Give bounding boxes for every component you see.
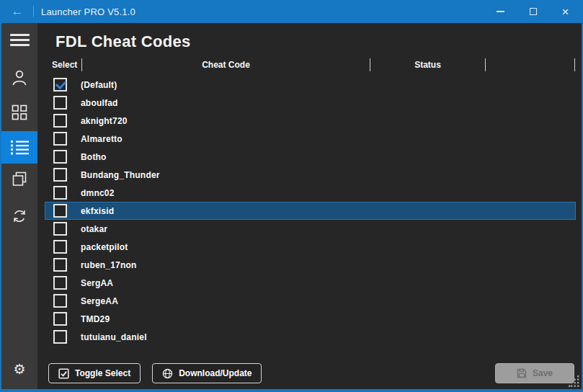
settings-button[interactable]: ⚙ — [1, 360, 37, 378]
table-row[interactable]: ekfxisid — [45, 202, 576, 220]
main-content: FDL Cheat Codes Select Cheat Code Status… — [37, 23, 582, 389]
table-row[interactable]: ruben_17non — [45, 256, 576, 274]
cheat-code-label: (Default) — [81, 80, 117, 90]
sidebar-item-cheat-codes[interactable] — [1, 131, 37, 164]
app-window: ← Launcher PRO V5.1.0 × — [0, 0, 583, 392]
row-checkbox[interactable] — [53, 240, 67, 254]
row-checkbox[interactable] — [53, 78, 67, 92]
table-row[interactable]: (Default) — [45, 76, 576, 94]
table-row[interactable]: Almaretto — [45, 130, 576, 148]
cheat-code-label: tutuianu_daniel — [81, 332, 147, 342]
checkbox-checked-icon — [58, 368, 69, 379]
table-row[interactable]: tutuianu_daniel — [45, 328, 576, 346]
copy-icon — [12, 172, 27, 187]
table-row[interactable]: Bundang_Thunder — [45, 166, 576, 184]
floppy-disk-icon — [517, 368, 527, 378]
row-checkbox[interactable] — [53, 186, 67, 200]
sync-icon — [12, 208, 27, 224]
grid-icon — [12, 104, 27, 120]
cheat-code-label: TMD29 — [81, 314, 110, 324]
column-header-status[interactable]: Status — [370, 60, 485, 70]
table-row[interactable]: aboulfad — [45, 94, 576, 112]
titlebar: ← Launcher PRO V5.1.0 × — [1, 0, 582, 23]
sidebar-item-sync[interactable] — [1, 208, 37, 225]
sidebar-item-profile[interactable] — [1, 68, 37, 88]
back-button[interactable]: ← — [1, 0, 33, 23]
row-checkbox[interactable] — [53, 312, 67, 326]
cheat-code-label: ekfxisid — [81, 206, 114, 216]
save-label: Save — [533, 368, 553, 378]
cheat-code-label: packetpilot — [81, 242, 128, 252]
column-separator — [574, 58, 575, 71]
download-update-button[interactable]: Download/Update — [152, 363, 262, 383]
app-title: Launcher PRO V5.1.0 — [41, 6, 135, 17]
person-icon — [11, 68, 28, 87]
cheat-code-label: SergAA — [81, 278, 113, 288]
cheat-code-label: Almaretto — [81, 134, 123, 144]
table-header: Select Cheat Code Status — [37, 58, 582, 72]
table-row[interactable]: TMD29 — [45, 310, 576, 328]
cheat-code-label: dmnc02 — [81, 188, 115, 198]
row-checkbox[interactable] — [53, 258, 67, 272]
table-row[interactable]: packetpilot — [45, 238, 576, 256]
column-header-select[interactable]: Select — [52, 60, 81, 70]
download-update-label: Download/Update — [179, 368, 252, 378]
cheat-code-label: ruben_17non — [81, 260, 137, 270]
maximize-icon — [530, 8, 537, 15]
toggle-select-label: Toggle Select — [75, 368, 130, 378]
sidebar: ⚙ — [1, 23, 37, 389]
cheat-code-label: Botho — [81, 152, 107, 162]
cheat-code-list: (Default) aboulfad aknight720 Almaretto … — [45, 76, 576, 346]
save-button[interactable]: Save — [495, 363, 574, 383]
resize-grip[interactable] — [569, 375, 580, 387]
table-row[interactable]: otakar — [45, 220, 576, 238]
hamburger-icon — [10, 31, 30, 49]
sidebar-item-copies[interactable] — [1, 171, 37, 188]
row-checkbox[interactable] — [53, 132, 67, 146]
table-row[interactable]: SergeAA — [45, 292, 576, 310]
minimize-button[interactable] — [484, 0, 517, 23]
table-row[interactable]: SergAA — [45, 274, 576, 292]
cheat-code-label: Bundang_Thunder — [81, 170, 160, 180]
row-checkbox[interactable] — [53, 222, 67, 236]
globe-icon — [162, 368, 173, 379]
close-icon: × — [562, 6, 569, 18]
maximize-button[interactable] — [517, 0, 549, 23]
table-row[interactable]: aknight720 — [45, 112, 576, 130]
cheat-code-label: SergeAA — [81, 296, 118, 306]
cheat-code-label: otakar — [81, 224, 107, 234]
row-checkbox[interactable] — [53, 168, 67, 182]
gear-icon: ⚙ — [13, 361, 25, 377]
row-checkbox[interactable] — [53, 114, 67, 128]
cheat-code-label: aknight720 — [81, 116, 128, 126]
toggle-select-button[interactable]: Toggle Select — [48, 363, 141, 383]
list-icon — [10, 140, 30, 155]
menu-button[interactable] — [1, 30, 37, 49]
resize-grip-icon — [569, 375, 580, 387]
row-checkbox[interactable] — [53, 204, 67, 218]
sidebar-item-apps[interactable] — [1, 104, 37, 121]
column-separator — [485, 58, 486, 71]
row-checkbox[interactable] — [53, 330, 67, 344]
cheat-code-label: aboulfad — [81, 98, 118, 108]
table-row[interactable]: dmnc02 — [45, 184, 576, 202]
page-title: FDL Cheat Codes — [55, 32, 582, 51]
footer-toolbar: Toggle Select Download/Update — [48, 363, 574, 383]
close-button[interactable]: × — [549, 0, 582, 23]
window-controls: × — [484, 0, 582, 23]
titlebar-separator — [33, 6, 34, 17]
row-checkbox[interactable] — [53, 96, 67, 110]
row-checkbox[interactable] — [53, 294, 67, 308]
minimize-icon — [497, 11, 504, 12]
back-arrow-icon: ← — [12, 4, 24, 18]
row-checkbox[interactable] — [53, 150, 67, 164]
column-header-cheat-code[interactable]: Cheat Code — [82, 60, 370, 70]
window-body: ⚙ FDL Cheat Codes Select Cheat Code Stat… — [1, 23, 582, 389]
table-row[interactable]: Botho — [45, 148, 576, 166]
row-checkbox[interactable] — [53, 276, 67, 290]
